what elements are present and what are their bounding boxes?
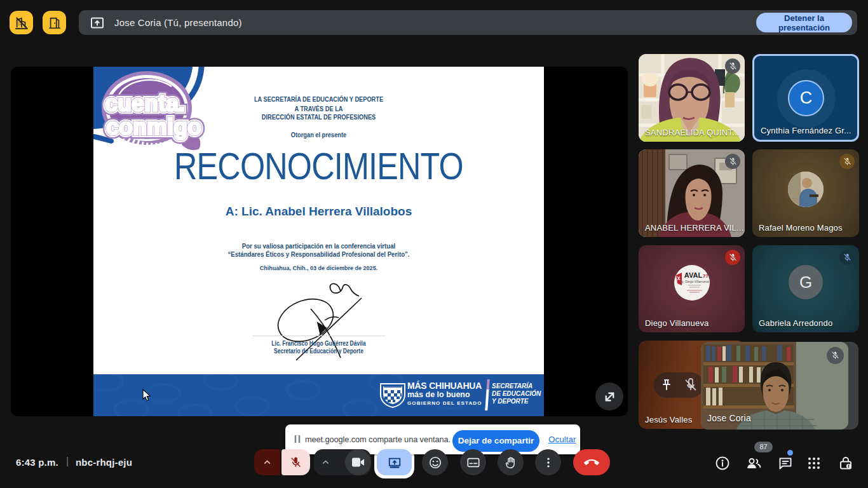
svg-text:77: 77 — [703, 273, 709, 279]
svg-text:AVAL: AVAL — [684, 271, 703, 279]
svg-text:Ing. Diego Villanueva: Ing. Diego Villanueva — [679, 280, 709, 283]
